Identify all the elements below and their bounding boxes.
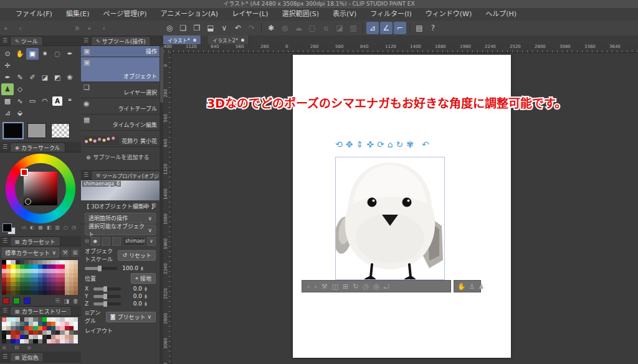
snap-to-ruler-icon[interactable]: ⊿ xyxy=(366,22,379,34)
color-swatch[interactable] xyxy=(11,264,15,269)
help-icon[interactable]: ? xyxy=(427,22,439,34)
color-swatch[interactable] xyxy=(69,260,74,264)
slider-4-icon[interactable]: ▥ xyxy=(55,225,60,230)
color-swatch[interactable] xyxy=(16,330,20,335)
snap-to-grid-icon[interactable]: ⌐ xyxy=(394,22,406,34)
transparent-color-swatch[interactable] xyxy=(51,123,70,138)
color-swatch[interactable] xyxy=(47,339,51,343)
color-swatch[interactable] xyxy=(74,273,78,278)
color-swatch[interactable] xyxy=(16,273,20,278)
color-swatch[interactable] xyxy=(24,330,29,335)
paste-icon[interactable]: ▢ xyxy=(306,22,318,34)
color-swatch[interactable] xyxy=(16,260,20,264)
color-swatch[interactable] xyxy=(6,282,11,286)
color-swatch[interactable] xyxy=(6,269,11,273)
light-source-icon[interactable]: ◷ xyxy=(363,282,369,291)
eye-icon[interactable]: ◉ xyxy=(91,237,100,246)
color-swatch[interactable] xyxy=(74,278,78,282)
scale-value[interactable]: 100.0 xyxy=(120,265,138,271)
color-swatch[interactable] xyxy=(47,335,51,339)
color-swatch[interactable] xyxy=(51,282,55,286)
panel-menu-icon[interactable]: ☰ xyxy=(0,352,10,362)
ground-button[interactable]: ⌖ 接地 xyxy=(131,273,156,284)
color-swatch[interactable] xyxy=(16,286,20,291)
add-color-icon[interactable]: ◨ xyxy=(64,298,69,304)
color-swatch[interactable] xyxy=(2,269,6,273)
color-swatch[interactable] xyxy=(38,282,42,286)
color-swatch[interactable] xyxy=(16,339,20,343)
color-swatch[interactable] xyxy=(24,322,29,326)
color-swatch[interactable] xyxy=(74,264,78,269)
color-swatch[interactable] xyxy=(33,291,37,295)
menu-filter[interactable]: フィルター(I) xyxy=(363,8,419,21)
axis-stepper-z[interactable]: ▲▼ xyxy=(145,301,147,306)
tab-approx-color[interactable]: ▦ 近似色 xyxy=(10,352,44,362)
color-swatch[interactable] xyxy=(60,322,64,326)
expand-icon[interactable]: ⊞ xyxy=(85,310,90,316)
color-swatch[interactable] xyxy=(16,326,20,330)
color-swatch[interactable] xyxy=(74,322,78,326)
color-swatch[interactable] xyxy=(55,273,60,278)
select-tool[interactable]: ◌ xyxy=(51,48,64,60)
color-swatch[interactable] xyxy=(29,326,33,330)
tab-illust-1[interactable]: イラスト* xyxy=(163,35,201,44)
color-swatch[interactable] xyxy=(33,260,37,264)
color-swatch[interactable] xyxy=(33,269,37,273)
balloon-tool[interactable]: ❝ xyxy=(64,95,76,107)
color-swatch[interactable] xyxy=(20,335,24,339)
balloon-set-tool[interactable]: ◠ xyxy=(39,95,51,107)
color-swatch[interactable] xyxy=(47,317,51,322)
color-swatch[interactable] xyxy=(47,330,51,335)
color-swatch[interactable] xyxy=(69,330,74,335)
fill-tool[interactable]: ⬙ xyxy=(14,107,26,119)
axis-value-z[interactable]: 0.0 xyxy=(123,301,142,307)
color-swatch[interactable] xyxy=(42,322,47,326)
color-swatch[interactable] xyxy=(24,291,29,295)
color-swatch[interactable] xyxy=(24,326,29,330)
color-swatch[interactable] xyxy=(65,317,69,322)
menu-edit[interactable]: 編集(E) xyxy=(59,8,97,21)
color-swatch[interactable] xyxy=(20,286,24,291)
color-swatch[interactable] xyxy=(33,335,37,339)
color-swatch[interactable] xyxy=(11,282,15,286)
color-swatch[interactable] xyxy=(65,273,69,278)
color-swatch[interactable] xyxy=(24,339,29,343)
color-swatch[interactable] xyxy=(11,335,15,339)
group-operate[interactable]: ▣操作 xyxy=(81,46,160,57)
pose-pair-icon[interactable]: ♟ xyxy=(478,282,485,291)
color-swatch[interactable] xyxy=(42,317,47,322)
color-swatch[interactable] xyxy=(51,317,55,322)
color-swatch[interactable] xyxy=(38,278,42,282)
axis-slider-x[interactable] xyxy=(93,287,121,291)
color-swatch[interactable] xyxy=(20,278,24,282)
add-color-set-icon[interactable]: ⊞ xyxy=(71,249,79,257)
axis-slider-z[interactable] xyxy=(93,302,121,306)
import-set-icon[interactable]: ⎘ xyxy=(55,297,60,304)
color-swatch[interactable] xyxy=(69,326,74,330)
color-swatch[interactable] xyxy=(74,335,78,339)
color-swatch[interactable] xyxy=(33,264,37,269)
color-swatch[interactable] xyxy=(60,282,64,286)
eraser-tool[interactable]: ◩ xyxy=(51,72,64,83)
color-swatch[interactable] xyxy=(60,330,64,335)
panel-menu-icon[interactable]: ☰ xyxy=(0,306,10,315)
next-pose-icon[interactable]: › xyxy=(314,282,317,291)
color-swatch[interactable] xyxy=(74,326,78,330)
subtool-flower-brush[interactable]: 花飾り 黄小花 xyxy=(81,131,160,147)
save-caret-icon[interactable]: ∨ xyxy=(218,22,231,34)
pencil-tool[interactable]: ✎ xyxy=(14,72,26,83)
color-swatch[interactable] xyxy=(69,269,74,273)
csp-logo-icon[interactable]: ◎ xyxy=(163,22,176,34)
color-swatch[interactable] xyxy=(55,317,60,322)
color-swatch[interactable] xyxy=(6,330,11,335)
color-swatch[interactable] xyxy=(38,264,42,269)
color-swatch[interactable] xyxy=(2,330,6,335)
color-swatch[interactable] xyxy=(33,322,37,326)
color-swatch[interactable] xyxy=(65,339,69,343)
color-swatch[interactable] xyxy=(51,264,55,269)
color-swatch[interactable] xyxy=(29,317,33,322)
menu-file[interactable]: ファイル(F) xyxy=(9,8,59,21)
color-swatch[interactable] xyxy=(33,326,37,330)
color-wheel[interactable] xyxy=(6,154,75,223)
color-swatch[interactable] xyxy=(60,278,64,282)
